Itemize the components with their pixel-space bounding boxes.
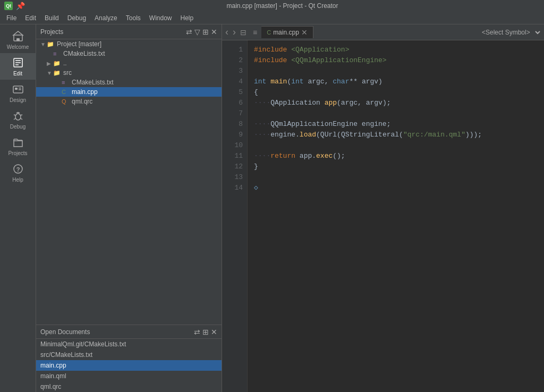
open-docs-sync-icon[interactable]: ⇄ [194, 328, 200, 336]
tree-item-project-root[interactable]: ▼ 📁 Project [master] [36, 39, 222, 49]
tab-cpp-icon: C [267, 29, 271, 36]
project-header-icons: ⇄ ▽ ⊞ ✕ [186, 28, 217, 36]
sidebar-item-design[interactable]: Design [0, 80, 36, 106]
tree-arrow-cmake-src: ▶ [55, 80, 62, 86]
open-docs-list: MinimalQml.git/CMakeLists.txt src/CMakeL… [36, 339, 222, 392]
open-docs-header: Open Documents ⇄ ⊞ ✕ [36, 325, 222, 339]
project-panel-header: Projects ⇄ ▽ ⊞ ✕ [36, 24, 222, 39]
doc-item-src-cmakelists[interactable]: src/CMakeLists.txt [36, 350, 222, 360]
menu-analyze[interactable]: Analyze [90, 13, 122, 23]
svg-line-12 [14, 115, 15, 115]
project-split-icon[interactable]: ⊞ [202, 28, 209, 36]
tree-label-main-cpp: main.cpp [72, 88, 98, 96]
app-logo: Qt [4, 2, 13, 10]
menu-edit[interactable]: Edit [21, 13, 40, 23]
tree-arrow-main-cpp: ▶ [55, 89, 62, 95]
tree-label-dotdot: .. [63, 59, 67, 67]
menu-file[interactable]: File [2, 13, 21, 23]
sidebar-welcome-label: Welcome [7, 44, 29, 50]
main-layout: Welcome Edit Des [0, 24, 544, 392]
open-docs-title: Open Documents [40, 328, 90, 336]
project-sync-icon[interactable]: ⇄ [186, 28, 192, 36]
menu-bar: File Edit Build Debug Analyze Tools Wind… [0, 12, 544, 24]
cpp-file-icon: C [62, 89, 70, 95]
sidebar-item-welcome[interactable]: Welcome [0, 27, 36, 53]
sidebar-item-help[interactable]: ? Help [0, 159, 36, 186]
help-icon: ? [12, 163, 24, 175]
projects-icon [12, 136, 24, 149]
sidebar-item-debug[interactable]: Debug [0, 106, 36, 133]
doc-item-cmakelists-git[interactable]: MinimalQml.git/CMakeLists.txt [36, 339, 222, 350]
tree-item-main-cpp[interactable]: ▶ C main.cpp [36, 87, 222, 97]
tree-item-src[interactable]: ▼ 📁 src [36, 68, 222, 78]
svg-line-14 [14, 118, 15, 120]
open-docs-panel: Open Documents ⇄ ⊞ ✕ MinimalQml.git/CMak… [36, 325, 222, 392]
folder-src-icon: 📁 [53, 70, 62, 76]
tree-item-cmakelists-root[interactable]: ▶ ≡ CMakeLists.txt [36, 49, 222, 58]
project-filter-icon[interactable]: ▽ [194, 28, 200, 36]
tree-label-project-root: Project [master] [57, 40, 101, 48]
edit-icon [12, 56, 24, 69]
tree-item-cmakelists-src[interactable]: ▶ ≡ CMakeLists.txt [36, 78, 222, 87]
sidebar-help-label: Help [12, 177, 23, 183]
menu-help[interactable]: Help [176, 13, 198, 23]
svg-rect-8 [19, 88, 21, 89]
sidebar-design-label: Design [10, 97, 26, 103]
tab-list-icon[interactable]: ≡ [252, 28, 258, 37]
project-close-icon[interactable]: ✕ [211, 28, 217, 36]
menu-window[interactable]: Window [145, 13, 176, 23]
symbol-selector[interactable]: <Select Symbol> [477, 27, 542, 38]
doc-item-main-cpp[interactable]: main.cpp [36, 360, 222, 371]
svg-line-15 [21, 118, 22, 120]
menu-tools[interactable]: Tools [122, 13, 145, 23]
project-panel: Projects ⇄ ▽ ⊞ ✕ ▼ 📁 Project [master] ▶ … [36, 24, 222, 392]
sidebar-edit-label: Edit [13, 71, 22, 76]
folder-icon: 📁 [47, 41, 55, 48]
sidebar-debug-label: Debug [10, 124, 26, 130]
tree-label-src: src [63, 69, 72, 76]
svg-rect-1 [16, 38, 20, 41]
file-tree: ▼ 📁 Project [master] ▶ ≡ CMakeLists.txt … [36, 39, 222, 325]
open-docs-icons: ⇄ ⊞ ✕ [194, 328, 217, 336]
design-icon [12, 83, 24, 96]
editor-tab-main-cpp[interactable]: C main.cpp ✕ [261, 26, 313, 38]
sidebar-item-projects[interactable]: Projects [0, 133, 36, 159]
tab-bar: ‹ › ⊟ ≡ C main.cpp ✕ <Select Symbol> [222, 24, 544, 40]
sidebar-projects-label: Projects [8, 150, 27, 156]
code-content[interactable]: #include <QApplication> #include <QQmlAp… [248, 40, 544, 392]
tree-label-cmakelists-src: CMakeLists.txt [72, 79, 114, 86]
tab-forward-icon[interactable]: › [232, 27, 237, 38]
open-docs-split-icon[interactable]: ⊞ [202, 328, 209, 336]
tree-arrow-cmake-root: ▶ [47, 51, 53, 57]
tree-arrow-src: ▼ [47, 70, 53, 76]
svg-rect-6 [13, 86, 23, 93]
doc-item-qml-qrc[interactable]: qml.qrc [36, 381, 222, 392]
tree-arrow-root: ▼ [40, 41, 47, 47]
qrc-file-icon: Q [62, 98, 70, 105]
menu-build[interactable]: Build [40, 13, 63, 23]
tab-split-h-icon[interactable]: ⊟ [239, 28, 248, 37]
doc-item-main-qml[interactable]: main.qml [36, 371, 222, 381]
debug-icon [12, 109, 24, 122]
pin-icon[interactable]: 📌 [16, 2, 25, 10]
tree-label-qml-qrc: qml.qrc [72, 98, 92, 105]
project-panel-title: Projects [40, 28, 63, 36]
cmake-src-file-icon: ≡ [62, 79, 70, 86]
tree-label-cmakelists-root: CMakeLists.txt [63, 50, 105, 57]
sidebar-item-edit[interactable]: Edit [0, 53, 36, 80]
editor-tab-label: main.cpp [273, 29, 299, 36]
editor-area: ‹ › ⊟ ≡ C main.cpp ✕ <Select Symbol> 1 2… [222, 24, 544, 392]
svg-rect-9 [19, 89, 21, 90]
tree-arrow-qml-qrc: ▶ [55, 99, 62, 105]
tab-close-icon[interactable]: ✕ [301, 29, 308, 36]
menu-debug[interactable]: Debug [63, 13, 90, 23]
svg-text:?: ? [16, 166, 20, 173]
code-editor[interactable]: 1 2 3 4 5 6 7 8 9 10 11 12 13 14 #includ… [222, 40, 544, 392]
cmake-file-icon: ≡ [53, 50, 62, 57]
tree-item-qml-qrc[interactable]: ▶ Q qml.qrc [36, 97, 222, 106]
window-title: main.cpp [master] - Project - Qt Creator [226, 2, 338, 10]
svg-line-13 [21, 115, 22, 115]
open-docs-close-icon[interactable]: ✕ [211, 328, 217, 336]
tree-item-dotdot[interactable]: ▶ 📁 .. [36, 58, 222, 68]
tab-back-icon[interactable]: ‹ [224, 27, 230, 38]
